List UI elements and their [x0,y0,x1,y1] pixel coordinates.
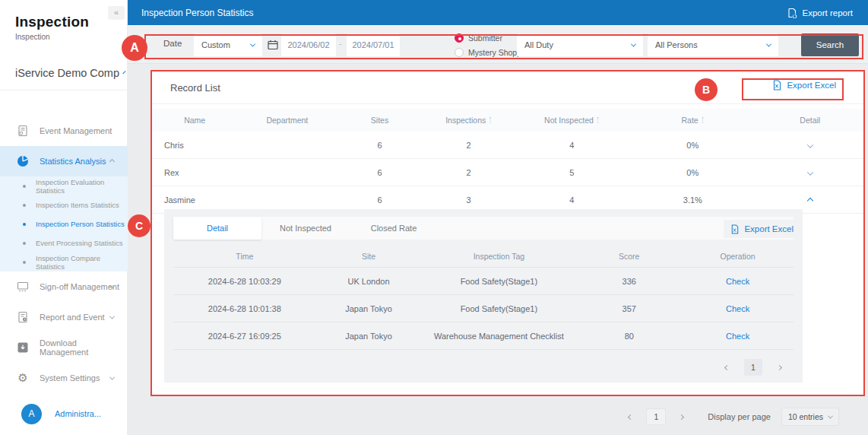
export-excel-label: Export Excel [787,81,836,90]
pie-chart-icon [17,155,29,167]
date-from-input[interactable]: 2024/06/02 [281,33,336,56]
column-header-sites: Sites [337,116,422,125]
sidebar-item-report-and-event[interactable]: Report and Event [0,302,128,332]
filter-bar: Date Custom 2024/06/02 - 2024/07/01 Subm… [128,25,868,64]
tab-detail[interactable]: Detail [173,217,261,240]
tab-not-inspected[interactable]: Not Inspected [261,217,350,240]
annotation-marker-c: C [128,214,150,237]
detail-export-excel-label: Export Excel [744,224,794,233]
cell-time: 2024-6-27 16:09:25 [173,332,316,341]
detail-row: 2024-6-28 10:01:38 Japan Tokyo Food Safe… [173,294,794,322]
sidebar-subitem-label: Inspection Items Statistics [36,201,119,209]
sidebar-subitem-inspection-evaluation-statistics[interactable]: Inspection Evaluation Statistics [0,176,128,195]
sidebar-item-statistics-analysis[interactable]: Statistics Analysis [0,146,128,176]
detail-row: 2024-6-27 16:09:25 Japan Tokyo Warehouse… [173,322,794,349]
column-header-inspection-tag: Inspection Tag [421,252,576,261]
chevron-left-icon [628,414,633,419]
detail-panel-tabs: Detail Not Inspected Closed Rate Export … [173,217,794,240]
sidebar-subitem-inspection-items-statistics[interactable]: Inspection Items Statistics [0,195,128,214]
next-page-button[interactable] [676,412,686,422]
check-link[interactable]: Check [682,304,794,313]
chevron-left-icon [724,364,730,370]
column-header-detail: Detail [757,116,863,125]
sidebar-item-label: Statistics Analysis [40,157,106,166]
user-profile[interactable]: A Administra... [0,398,128,429]
company-name: iService Demo Comp [15,67,119,79]
export-report-button[interactable]: Export report [787,8,853,18]
bullet-icon [23,185,26,188]
sidebar-subitem-label: Inspection Evaluation Statistics [36,178,128,195]
column-header-operation: Operation [682,252,794,261]
detail-export-excel-button[interactable]: Export Excel [724,220,794,238]
cell-inspection-tag: Food Safety(Stage1) [421,304,576,313]
sort-icon[interactable]: ↑↓ [597,117,600,123]
sidebar-divider [0,90,128,90]
cell-inspections: 2 [423,141,515,150]
cell-sites: 6 [337,168,422,177]
next-page-button[interactable] [775,363,784,373]
sidebar-collapse-button[interactable]: « [108,6,125,20]
app-logo-subtitle: Inspection [15,33,50,41]
sidebar-item-signoff-management[interactable]: Sign-off Management [0,271,128,302]
chevron-down-icon [766,41,771,46]
cell-site: UK London [316,277,422,286]
cell-time: 2024-6-28 10:03:29 [173,277,316,286]
sidebar-group-statistics: Statistics Analysis Inspection Evaluatio… [0,146,128,271]
check-link[interactable]: Check [682,277,794,286]
detail-table-header: Time Site Inspection Tag Score Operation [173,246,794,267]
date-mode-select[interactable]: Custom [194,33,262,56]
check-link[interactable]: Check [682,332,794,341]
prev-page-button[interactable] [722,363,732,373]
table-row-rex[interactable]: Rex 6 2 5 0% [152,159,863,186]
record-list-header: Record List Export Excel [152,71,863,104]
entries-per-page-select[interactable]: 10 entries [781,408,839,426]
date-to-input[interactable]: 2024/07/01 [347,33,400,56]
sort-icon[interactable]: ↑↓ [702,117,705,123]
radio-submitter-label: Submitter [468,33,502,43]
chevron-down-icon [806,169,813,175]
sidebar-item-event-management[interactable]: Event Management [0,116,128,146]
column-header-rate: Rate ↑↓ [629,116,756,125]
expand-row-toggle[interactable] [757,168,863,177]
cell-score: 80 [576,332,682,341]
prev-page-button[interactable] [626,412,635,422]
sidebar-subitem-inspection-person-statistics[interactable]: Inspection Person Statistics [0,214,128,233]
duty-filter-select[interactable]: All Duty [517,33,643,56]
date-mode-value: Custom [201,40,230,49]
expand-row-toggle[interactable] [757,141,863,150]
sidebar-item-download-management[interactable]: Download Management [0,332,128,363]
table-row-chris[interactable]: Chris 6 2 4 0% [152,132,863,159]
sidebar-item-system-settings[interactable]: ⚙ System Settings [0,363,128,393]
persons-filter-value: All Persons [655,40,698,49]
display-per-page-label: Display per page [708,412,771,421]
annotation-marker-a: A [122,35,147,61]
column-header-site: Site [316,252,422,261]
sidebar-subitem-inspection-compare-statistics[interactable]: Inspection Compare Statistics [0,252,128,271]
date-range-separator: - [339,39,342,48]
tab-closed-rate[interactable]: Closed Rate [350,217,438,240]
cell-name: Chris [152,141,237,150]
chevron-down-icon [631,41,636,46]
sidebar-item-label: System Settings [40,373,100,383]
page-number[interactable]: 1 [646,408,666,425]
sidebar-subitem-event-processing-statistics[interactable]: Event Processing Statistics [0,233,128,252]
cell-time: 2024-6-28 10:01:38 [173,304,316,313]
avatar: A [21,404,42,424]
cell-site: Japan Tokyo [316,332,422,341]
cell-not-inspected: 5 [515,168,629,177]
persons-filter-select[interactable]: All Persons [648,33,778,56]
export-excel-button[interactable]: Export Excel [771,80,836,90]
column-header-time: Time [173,252,316,261]
search-button[interactable]: Search [801,33,859,56]
calendar-icon[interactable] [268,40,278,50]
duty-filter-value: All Duty [524,40,553,49]
sort-icon[interactable]: ↑↓ [489,117,492,123]
cell-not-inspected: 4 [515,195,629,205]
chevron-down-icon [250,41,255,46]
column-label: Not Inspected [544,116,594,125]
collapse-row-toggle[interactable] [757,195,863,205]
column-header-inspections: Inspections ↑↓ [423,116,515,125]
company-selector[interactable]: iService Demo Comp [15,67,122,79]
page-number[interactable]: 1 [744,359,762,376]
cell-name: Rex [152,168,237,177]
